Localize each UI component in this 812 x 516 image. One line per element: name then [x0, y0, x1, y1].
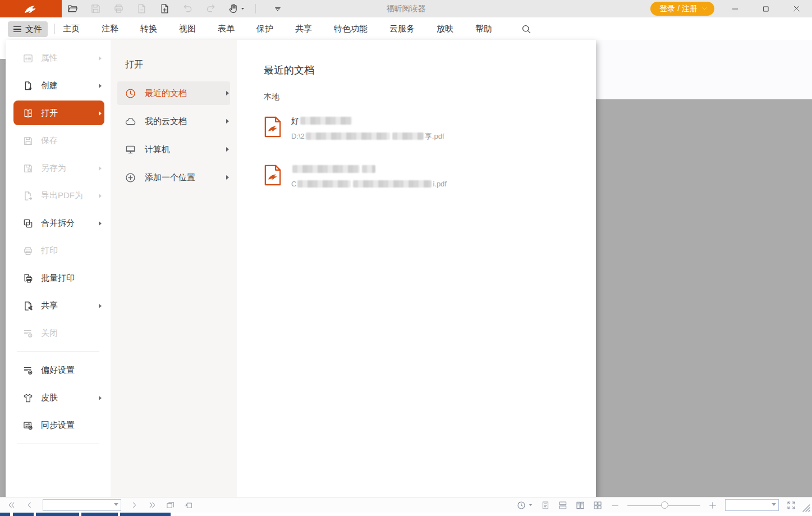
submenu-arrow-icon	[99, 194, 102, 198]
redo-icon	[205, 3, 217, 15]
resize-grip[interactable]	[797, 499, 811, 513]
open-item-computer[interactable]: 计算机	[111, 135, 237, 163]
share-doc-icon	[22, 300, 34, 312]
skin-icon	[22, 392, 34, 404]
autoscroll-button[interactable]	[516, 500, 533, 510]
fullscreen-button[interactable]	[786, 500, 796, 510]
merge-icon	[22, 218, 34, 229]
sidebar-item-open[interactable]: 打开	[6, 99, 111, 127]
new-file-button[interactable]	[158, 3, 171, 15]
properties-icon	[22, 53, 34, 64]
tab-home[interactable]: 主页	[63, 24, 80, 34]
file-menu-label: 文件	[25, 24, 42, 35]
sidebar-item-close[interactable]: 关闭	[6, 319, 111, 347]
open-item-recent-docs[interactable]: 最近的文档	[111, 79, 237, 107]
zoom-out-button[interactable]	[610, 500, 620, 510]
sidebar-item-export-pdf[interactable]: 导出PDF为	[6, 182, 111, 209]
submenu-arrow-icon	[226, 147, 229, 152]
first-page-button[interactable]	[7, 500, 16, 510]
skin-icon	[22, 392, 34, 404]
hand-tool-button[interactable]	[227, 3, 245, 15]
maximize-button[interactable]	[750, 0, 781, 17]
close-button[interactable]	[781, 0, 812, 17]
add-place-icon	[125, 172, 136, 184]
undo-button[interactable]	[181, 3, 194, 15]
next-page-button[interactable]	[130, 500, 139, 510]
tab-form[interactable]: 表单	[218, 24, 235, 34]
tab-cloud[interactable]: 云服务	[389, 24, 415, 34]
save-button[interactable]	[89, 3, 102, 15]
recent-file-item[interactable]: 好D:\2享.pdf	[264, 116, 596, 141]
file-path: D:\2享.pdf	[291, 131, 444, 141]
open-item-label: 计算机	[145, 144, 218, 155]
sidebar-item-label: 同步设置	[41, 420, 102, 431]
hand-icon	[227, 3, 239, 15]
continuous-page-button[interactable]	[558, 500, 568, 510]
submenu-arrow-icon	[99, 304, 102, 308]
sidebar-item-merge-split[interactable]: 合并拆分	[6, 209, 111, 237]
slider-handle[interactable]	[661, 501, 668, 509]
open-file-button[interactable]	[66, 3, 79, 15]
tab-help[interactable]: 帮助	[475, 24, 492, 34]
single-page-button[interactable]	[540, 500, 550, 510]
open-item-add-place[interactable]: 添加一个位置	[111, 163, 237, 191]
tab-play[interactable]: 放映	[437, 24, 453, 34]
zoom-level-combobox[interactable]	[725, 499, 779, 511]
tab-share[interactable]: 共享	[295, 24, 312, 34]
page-number-combobox[interactable]	[43, 499, 121, 511]
create-icon	[22, 80, 34, 92]
doc-plus-icon	[159, 3, 171, 15]
taskbar-fragment	[81, 513, 118, 516]
sidebar-item-save[interactable]: 保存	[6, 127, 111, 154]
sidebar-item-label: 属性	[41, 53, 91, 63]
continuous-facing-button[interactable]	[593, 500, 603, 510]
hamburger-icon	[13, 26, 21, 32]
tab-comment[interactable]: 注释	[102, 24, 118, 34]
chevron-left-icon	[25, 500, 34, 510]
tab-view[interactable]: 视图	[179, 24, 196, 34]
minimize-button[interactable]	[719, 0, 750, 17]
menu-tabs: 主页注释转换视图表单保护共享特色功能云服务放映帮助	[63, 17, 492, 40]
redo-button[interactable]	[204, 3, 217, 15]
login-label: 登录 / 注册	[659, 4, 698, 14]
sidebar-item-properties[interactable]: 属性	[6, 44, 111, 72]
file-menu-button[interactable]: 文件	[8, 21, 48, 37]
sidebar-item-create[interactable]: 创建	[6, 72, 111, 99]
open-item-cloud-docs[interactable]: 我的云文档	[111, 107, 237, 135]
pdf-file-icon	[264, 164, 282, 186]
close-file-button[interactable]	[135, 3, 148, 15]
chevron-down-icon	[240, 6, 245, 11]
print-button[interactable]	[112, 3, 125, 15]
taskbar-fragment	[36, 513, 79, 516]
sidebar-item-label: 打印	[41, 245, 102, 256]
tab-convert[interactable]: 转换	[140, 24, 157, 34]
tab-features[interactable]: 特色功能	[334, 24, 368, 34]
sidebar-item-batch-print[interactable]: 批量打印	[6, 264, 111, 292]
sidebar-item-preferences[interactable]: 偏好设置	[6, 357, 111, 384]
sidebar-item-share[interactable]: 共享	[6, 292, 111, 319]
redacted-text	[300, 117, 352, 125]
submenu-arrow-icon	[226, 119, 229, 124]
previous-view-button[interactable]	[166, 500, 175, 510]
sidebar-item-label: 另存为	[41, 163, 91, 173]
facing-page-button[interactable]	[575, 500, 585, 510]
toolbar-collapse-icon[interactable]	[271, 2, 285, 16]
last-page-button[interactable]	[148, 500, 157, 510]
tab-protect[interactable]: 保护	[256, 24, 273, 34]
search-icon[interactable]	[521, 24, 532, 35]
recent-file-item[interactable]: Ci.pdf	[264, 164, 596, 188]
sidebar-item-sync[interactable]: 同步设置	[6, 412, 111, 439]
login-button[interactable]: 登录 / 注册	[650, 2, 714, 16]
zoom-in-button[interactable]	[708, 500, 718, 510]
sidebar-item-label: 保存	[41, 135, 102, 146]
sidebar-item-save-as[interactable]: 另存为	[6, 154, 111, 182]
recent-file-list: 好D:\2享.pdfCi.pdf	[264, 116, 596, 188]
sidebar-item-label: 导出PDF为	[41, 190, 91, 201]
sidebar-item-skin[interactable]: 皮肤	[6, 384, 111, 412]
next-view-button[interactable]	[183, 500, 193, 510]
zoom-slider[interactable]	[627, 501, 700, 509]
submenu-arrow-icon	[99, 56, 102, 61]
file-path: Ci.pdf	[291, 180, 447, 188]
sidebar-item-print[interactable]: 打印	[6, 237, 111, 264]
previous-page-button[interactable]	[25, 500, 34, 510]
